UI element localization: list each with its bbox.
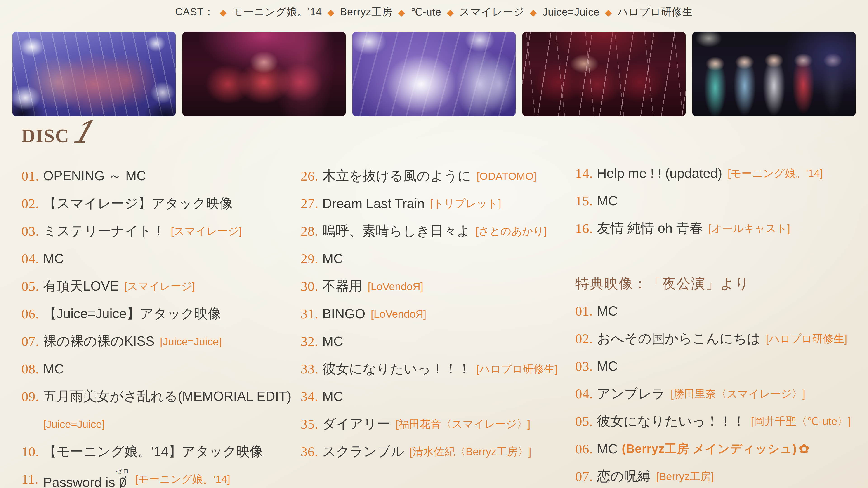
- flower-icon: ✿: [799, 442, 810, 455]
- track-row: 07. 恋の呪縛 [Berryz工房]: [575, 463, 851, 488]
- ruby-text: ゼロ: [116, 468, 129, 475]
- track-number: 01.: [575, 303, 597, 319]
- track-row: 10. 【モーニング娘。'14】アタック映像: [22, 438, 291, 465]
- track-row: 27. Dream Last Train [トリプレット]: [301, 190, 558, 217]
- track-title: MC: [597, 303, 618, 319]
- cast-group: Berryz工房: [340, 5, 393, 19]
- track-title: スクランブル: [322, 443, 404, 461]
- cast-line: CAST： ◆ モーニング娘。'14 ◆ Berryz工房 ◆ ℃-ute ◆ …: [0, 5, 868, 19]
- track-row: 05. 彼女になりたいっ！！！ [岡井千聖〈℃-ute〉]: [575, 408, 851, 435]
- track-number: 15.: [575, 193, 597, 209]
- track-number: 31.: [301, 306, 322, 322]
- track-row: 01. MC: [575, 297, 851, 325]
- track-credit: [Juice=Juice]: [43, 418, 105, 430]
- track-row: 15. MC: [575, 187, 851, 215]
- track-row: 28. 嗚呼、素晴らしき日々よ [さとのあかり]: [301, 217, 558, 245]
- track-credit: [モーニング娘。'14]: [135, 472, 230, 486]
- track-title: 木立を抜ける風のように: [322, 167, 471, 185]
- track-row: 36. スクランブル [清水佐紀〈Berryz工房〉]: [301, 438, 558, 465]
- concert-photo: [352, 32, 516, 116]
- track-title: Help me ! ! (updated): [597, 166, 722, 181]
- track-row: 05. 有頂天LOVE [スマイレージ]: [22, 272, 291, 300]
- track-number: 09.: [22, 389, 43, 404]
- track-row: 09. 五月雨美女がさ乱れる(MEMORIAL EDIT): [22, 383, 291, 410]
- track-number: 28.: [301, 223, 322, 239]
- concert-photo: [182, 32, 346, 116]
- track-credit: [オールキャスト]: [708, 221, 790, 236]
- track-row: 04. アンブレラ [勝田里奈〈スマイレージ〉]: [575, 380, 851, 408]
- track-row: 14. Help me ! ! (updated) [モーニング娘。'14]: [575, 160, 851, 187]
- diamond-icon: ◆: [530, 8, 537, 17]
- track-title: 【Juice=Juice】アタック映像: [43, 305, 221, 323]
- track-number: 10.: [22, 444, 43, 459]
- track-title: おへその国からこんにちは: [597, 330, 761, 348]
- ruby-zero: 0ゼロ: [119, 475, 129, 488]
- disc-label: DISC: [22, 127, 70, 145]
- cast-group: ℃-ute: [411, 6, 441, 18]
- track-row: 30. 不器用 [LoVendoЯ]: [301, 272, 558, 300]
- diamond-icon: ◆: [398, 8, 405, 17]
- track-row: 06. MC (Berryz工房 メインディッシュ) ✿: [575, 435, 851, 463]
- track-number: 30.: [301, 279, 322, 294]
- bonus-section-heading: 特典映像：「夜公演」より: [575, 274, 749, 293]
- track-credit: [勝田里奈〈スマイレージ〉]: [671, 387, 805, 401]
- track-row: 32. MC: [301, 328, 558, 355]
- track-row: 29. MC: [301, 245, 558, 272]
- track-number: 35.: [301, 416, 322, 432]
- track-title: 裸の裸の裸のKISS: [43, 332, 155, 350]
- track-number: 08.: [22, 361, 43, 377]
- track-row: 11. Password is 0ゼロ [モーニング娘。'14]: [22, 465, 291, 488]
- track-credit: [スマイレージ]: [171, 224, 242, 238]
- track-title-text: Password is: [43, 475, 119, 488]
- track-row: 26. 木立を抜ける風のように [ODATOMO]: [301, 162, 558, 190]
- track-row: 04. MC: [22, 245, 291, 272]
- track-title: 不器用: [322, 277, 362, 295]
- track-credit: [さとのあかり]: [476, 224, 547, 238]
- track-title: 彼女になりたいっ！！！: [597, 412, 745, 430]
- track-credit: [ODATOMO]: [477, 170, 537, 182]
- disc-number: 1: [69, 120, 95, 145]
- track-number: 03.: [22, 223, 43, 239]
- cast-label: CAST：: [175, 5, 215, 19]
- track-number: 05.: [22, 279, 43, 294]
- track-title: MC: [322, 334, 343, 349]
- track-credit-row: [Juice=Juice]: [22, 410, 291, 438]
- track-title: Password is 0ゼロ: [43, 468, 130, 488]
- track-title: 【モーニング娘。'14】アタック映像: [43, 443, 263, 461]
- track-title: MC: [322, 251, 343, 266]
- track-number: 34.: [301, 389, 322, 404]
- track-title: MC: [597, 193, 618, 208]
- track-title: 五月雨美女がさ乱れる(MEMORIAL EDIT): [43, 387, 291, 405]
- track-number: 04.: [22, 251, 43, 267]
- track-credit: [ハロプロ研修生]: [476, 362, 558, 376]
- track-credit: [スマイレージ]: [124, 279, 195, 293]
- track-credit: [モーニング娘。'14]: [727, 166, 823, 181]
- track-row: 08. MC: [22, 355, 291, 383]
- tracklist-column-2: 26. 木立を抜ける風のように [ODATOMO] 27. Dream Last…: [301, 162, 558, 465]
- track-number: 29.: [301, 251, 322, 267]
- track-number: 02.: [22, 196, 43, 212]
- track-credit: [Juice=Juice]: [160, 335, 222, 348]
- track-number: 11.: [22, 471, 43, 487]
- cast-group: モーニング娘。'14: [232, 5, 322, 19]
- track-title: 恋の呪縛: [597, 467, 651, 486]
- track-number: 07.: [22, 334, 43, 349]
- track-row: 02. おへその国からこんにちは [ハロプロ研修生]: [575, 325, 851, 352]
- track-row: 06. 【Juice=Juice】アタック映像: [22, 300, 291, 328]
- diamond-icon: ◆: [447, 8, 454, 17]
- track-title: MC: [597, 441, 618, 457]
- track-row: 35. ダイアリー [福田花音〈スマイレージ〉]: [301, 410, 558, 438]
- track-credit: [岡井千聖〈℃-ute〉]: [751, 414, 851, 429]
- track-row: 03. ミステリーナイト！ [スマイレージ]: [22, 217, 291, 245]
- track-row: 07. 裸の裸の裸のKISS [Juice=Juice]: [22, 328, 291, 355]
- track-title: ダイアリー: [322, 415, 391, 433]
- track-number: 06.: [575, 441, 597, 457]
- track-title: 【スマイレージ】アタック映像: [43, 195, 232, 213]
- track-number: 36.: [301, 444, 322, 459]
- track-number: 32.: [301, 334, 322, 349]
- cast-group: スマイレージ: [459, 5, 524, 19]
- track-credit: [トリプレット]: [430, 197, 501, 211]
- cast-group: ハロプロ研修生: [618, 5, 693, 19]
- slashed-zero: 0: [119, 475, 127, 488]
- track-number: 02.: [575, 331, 597, 347]
